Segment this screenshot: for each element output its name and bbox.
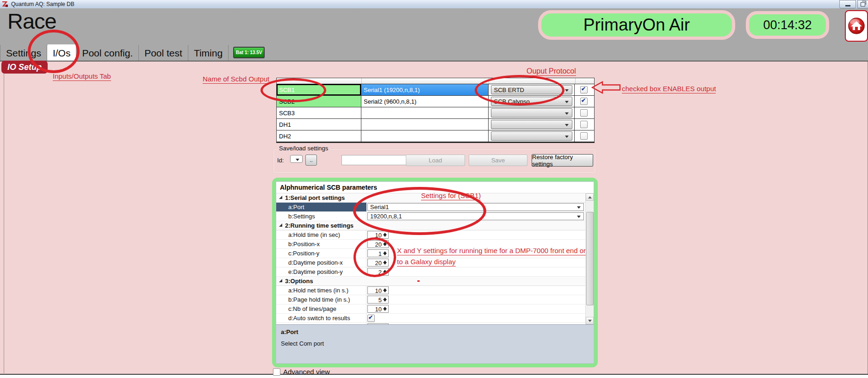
annotation-checked-box: checked box ENABLES output bbox=[622, 85, 716, 93]
battery-badge: Bat 1: 13.5V bbox=[233, 47, 265, 58]
red-circle-scb-ertd bbox=[475, 75, 564, 105]
spinner-down-icon[interactable] bbox=[383, 235, 387, 237]
red-circle-scb1 bbox=[260, 78, 326, 102]
protocol-dropdown[interactable] bbox=[491, 108, 572, 118]
scroll-down-button[interactable] bbox=[586, 317, 594, 324]
description-text: Select Com port bbox=[281, 340, 589, 347]
output-enable-checkbox[interactable] bbox=[580, 132, 588, 140]
red-circle-serial-settings bbox=[353, 187, 486, 235]
advanced-view-row: Advanced view bbox=[273, 368, 330, 376]
chevron-down-icon bbox=[296, 159, 299, 161]
settings-name-input[interactable] bbox=[341, 155, 406, 165]
scroll-up-button[interactable] bbox=[586, 193, 594, 201]
annotation-red-dot bbox=[417, 280, 420, 282]
output-port-cell[interactable] bbox=[361, 130, 489, 142]
param-row-lines-page[interactable]: c:Nb of lines/page 10 bbox=[276, 304, 586, 314]
annotation-xy-line1: X and Y settings for running time for a … bbox=[397, 247, 586, 254]
output-port-cell[interactable]: Serial2 (9600,n,8,1) bbox=[361, 96, 489, 107]
param-row-hold-net[interactable]: a:Hold net times (in s.) 10 bbox=[276, 286, 586, 295]
auto-switch-checkbox[interactable] bbox=[367, 315, 375, 322]
output-enable-checkbox[interactable] bbox=[580, 109, 588, 117]
param-row-auto-switch[interactable]: d:Auto switch to results bbox=[276, 314, 586, 323]
restore-button[interactable] bbox=[857, 0, 868, 8]
chevron-down-icon bbox=[577, 216, 581, 218]
panel-left-border bbox=[4, 62, 4, 373]
lines-page-spinner[interactable]: 10 bbox=[367, 305, 389, 313]
collapse-triangle-icon[interactable] bbox=[279, 223, 282, 227]
window-title: Quantum AQ: Sample DB bbox=[11, 1, 74, 7]
chevron-down-icon bbox=[565, 101, 569, 103]
annotation-name-of-scbd: Name of Scbd Output bbox=[203, 75, 269, 83]
scrollbar-thumb[interactable] bbox=[586, 212, 594, 305]
output-port-cell[interactable] bbox=[361, 107, 489, 118]
advanced-view-label: Advanced view bbox=[283, 368, 330, 376]
app-icon bbox=[2, 1, 8, 7]
red-circle-ios-tab bbox=[28, 30, 80, 73]
on-air-status: PrimaryOn Air bbox=[538, 10, 735, 40]
chevron-down-icon bbox=[577, 206, 581, 209]
window-bottom-strip bbox=[0, 374, 868, 378]
table-row[interactable]: DH1 bbox=[277, 118, 594, 130]
advanced-view-checkbox[interactable] bbox=[273, 368, 280, 376]
section-options[interactable]: 3:Options bbox=[276, 277, 586, 286]
restore-factory-button[interactable]: Restore factory settings bbox=[532, 154, 593, 167]
spinner-down-icon[interactable] bbox=[383, 299, 387, 302]
protocol-dropdown[interactable] bbox=[491, 131, 572, 141]
tab-pool-config[interactable]: Pool config. bbox=[76, 45, 139, 62]
chevron-down-icon bbox=[565, 136, 569, 138]
save-button[interactable]: Save bbox=[469, 155, 527, 166]
annotation-inputs-outputs: Inputs/Outputs Tab bbox=[53, 72, 111, 80]
browse-button[interactable]: .. bbox=[305, 155, 317, 166]
page-hold-spinner[interactable]: 5 bbox=[367, 296, 389, 304]
left-arrow-icon bbox=[591, 81, 621, 94]
spinner-down-icon[interactable] bbox=[383, 290, 387, 292]
output-enable-checkbox[interactable] bbox=[580, 121, 588, 128]
spinner-down-icon[interactable] bbox=[383, 309, 387, 311]
output-port-cell[interactable]: Serial1 (19200,n,8,1) bbox=[361, 84, 489, 95]
chevron-down-icon bbox=[565, 124, 569, 126]
table-row[interactable]: SCB3 bbox=[277, 107, 594, 118]
collapse-triangle-icon[interactable] bbox=[279, 279, 282, 282]
output-name-cell[interactable]: DH2 bbox=[277, 130, 361, 142]
header-band: Race PrimaryOn Air 00:14:32 bbox=[0, 8, 868, 44]
protocol-dropdown[interactable] bbox=[491, 120, 572, 129]
table-row[interactable]: DH2 bbox=[277, 130, 594, 142]
annotation-xy-line2: to a Galaxy display bbox=[397, 258, 456, 266]
home-button[interactable] bbox=[845, 10, 868, 42]
window-title-bar: Quantum AQ: Sample DB bbox=[0, 0, 868, 9]
parameter-description: a:Port Select Com port bbox=[276, 324, 594, 364]
minimize-icon bbox=[845, 5, 850, 6]
output-port-cell[interactable] bbox=[361, 119, 489, 130]
collapse-triangle-icon[interactable] bbox=[279, 196, 282, 199]
output-name-cell[interactable]: SCB3 bbox=[277, 107, 361, 118]
output-enable-checkbox[interactable] bbox=[580, 86, 588, 93]
param-row-page-hold[interactable]: b:Page hold time (in s.) 5 bbox=[276, 295, 586, 304]
main-tab-bar: Settings I/Os Pool config. Pool test Tim… bbox=[0, 44, 868, 62]
output-name-cell[interactable]: DH1 bbox=[277, 119, 361, 130]
id-dropdown-button[interactable] bbox=[290, 155, 303, 163]
annotation-ouput-protocol: Ouput Protocol bbox=[527, 67, 576, 75]
id-label: Id: bbox=[277, 157, 284, 164]
scroll-up-icon bbox=[588, 196, 592, 198]
hold-net-spinner[interactable]: 10 bbox=[367, 286, 389, 294]
group-label: Save/load settings bbox=[277, 145, 330, 152]
chevron-down-icon bbox=[565, 112, 569, 115]
minimize-button[interactable] bbox=[839, 0, 856, 8]
home-icon bbox=[848, 14, 865, 38]
param-row-daytime-y[interactable]: e:Daytime position-y 2 bbox=[276, 267, 586, 277]
restore-icon bbox=[861, 2, 865, 6]
red-circle-position-spinners bbox=[353, 237, 396, 277]
parameters-scrollbar[interactable] bbox=[585, 193, 594, 324]
description-title: a:Port bbox=[281, 328, 589, 335]
clock-display: 00:14:32 bbox=[746, 11, 829, 39]
output-enable-checkbox[interactable] bbox=[580, 98, 588, 105]
chevron-down-icon bbox=[565, 89, 569, 92]
tab-pool-test[interactable]: Pool test bbox=[139, 45, 188, 62]
save-load-group: Save/load settings Id: .. Load Save Rest… bbox=[273, 149, 596, 174]
load-button[interactable]: Load bbox=[406, 155, 465, 166]
tab-timing[interactable]: Timing bbox=[188, 45, 229, 62]
scroll-down-icon bbox=[588, 320, 592, 322]
